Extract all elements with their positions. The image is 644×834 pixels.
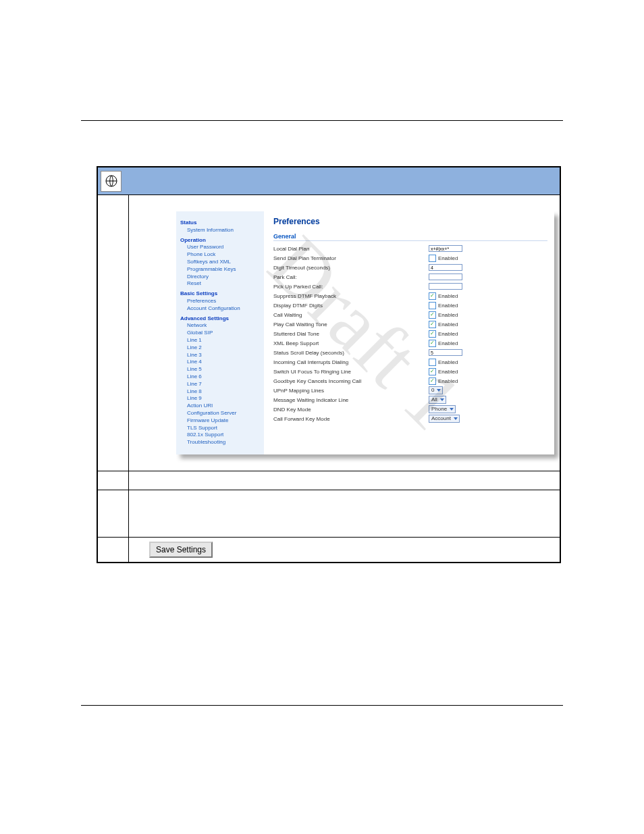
checkbox[interactable] bbox=[429, 377, 436, 385]
field-row: Status Scroll Delay (seconds) bbox=[273, 348, 547, 357]
nav-item[interactable]: Preferences bbox=[180, 298, 260, 305]
field-label: UPnP Mapping Lines bbox=[273, 388, 429, 394]
nav-heading: Status bbox=[180, 219, 260, 227]
checkbox[interactable] bbox=[429, 368, 436, 375]
nav-item[interactable]: Line 8 bbox=[180, 388, 260, 396]
section-general: General bbox=[273, 233, 547, 241]
nav-item[interactable]: Global SIP bbox=[180, 330, 260, 337]
enabled-label: Enabled bbox=[438, 340, 458, 346]
page-title: Preferences bbox=[273, 217, 547, 226]
nav-item[interactable]: Directory bbox=[180, 273, 260, 281]
page-hr-top bbox=[81, 120, 563, 121]
nav-item[interactable]: TLS Support bbox=[180, 425, 260, 432]
nav-item[interactable]: Action URI bbox=[180, 402, 260, 410]
nav-item[interactable]: Line 4 bbox=[180, 359, 260, 366]
field-label: Message Waiting Indicator Line bbox=[273, 397, 429, 403]
enabled-label: Enabled bbox=[438, 321, 458, 328]
field-label: Goodbye Key Cancels Incoming Call bbox=[273, 378, 429, 384]
nav-item[interactable]: Line 1 bbox=[180, 337, 260, 344]
enabled-label: Enabled bbox=[438, 293, 458, 299]
nav-item[interactable]: 802.1x Support bbox=[180, 432, 260, 439]
nav-item[interactable]: Line 2 bbox=[180, 344, 260, 352]
field-label: Display DTMF Digits bbox=[273, 303, 429, 309]
nav-item[interactable]: Line 9 bbox=[180, 395, 260, 402]
nav-item[interactable]: User Password bbox=[180, 244, 260, 251]
checkbox[interactable] bbox=[429, 292, 436, 300]
enabled-label: Enabled bbox=[438, 303, 458, 309]
nav-item[interactable]: Line 6 bbox=[180, 373, 260, 381]
checkbox[interactable] bbox=[429, 330, 436, 338]
enabled-label: Enabled bbox=[438, 378, 458, 384]
field-label: Switch UI Focus To Ringing Line bbox=[273, 369, 429, 375]
nav-item[interactable]: Firmware Update bbox=[180, 417, 260, 425]
nav-item[interactable]: Line 3 bbox=[180, 352, 260, 359]
field-label: Digit Timeout (seconds) bbox=[273, 265, 429, 271]
field-row: DND Key ModePhone bbox=[273, 405, 547, 414]
field-row: UPnP Mapping Lines0 bbox=[273, 386, 547, 395]
field-label: Status Scroll Delay (seconds) bbox=[273, 350, 429, 356]
nav-item[interactable]: Softkeys and XML bbox=[180, 259, 260, 266]
enabled-label: Enabled bbox=[438, 359, 458, 365]
checkbox[interactable] bbox=[429, 255, 436, 262]
step-screenshot-row: StatusSystem InformationOperationUser Pa… bbox=[98, 195, 560, 471]
checkbox[interactable] bbox=[429, 302, 436, 309]
text-input[interactable] bbox=[429, 349, 462, 356]
field-label: Local Dial Plan bbox=[273, 246, 429, 252]
page-hr-bottom bbox=[81, 705, 563, 706]
nav-item[interactable]: Troubleshooting bbox=[180, 439, 260, 446]
field-row: Play Call Waiting ToneEnabled bbox=[273, 319, 547, 329]
field-label: Call Waiting bbox=[273, 312, 429, 318]
field-label: Park Call: bbox=[273, 274, 429, 280]
nav-item[interactable]: Network bbox=[180, 322, 260, 330]
procedure-table: StatusSystem InformationOperationUser Pa… bbox=[97, 166, 561, 563]
checkbox[interactable] bbox=[429, 321, 436, 328]
nav-heading: Advanced Settings bbox=[180, 315, 260, 323]
field-row: Incoming Call Interrupts DialingEnabled bbox=[273, 357, 547, 367]
nav-item[interactable]: Line 5 bbox=[180, 366, 260, 373]
enabled-label: Enabled bbox=[438, 369, 458, 375]
nav-item[interactable]: Programmable Keys bbox=[180, 266, 260, 273]
field-label: Stuttered Dial Tone bbox=[273, 331, 429, 337]
checkbox[interactable] bbox=[429, 359, 436, 366]
field-row: Goodbye Key Cancels Incoming CallEnabled bbox=[273, 376, 547, 386]
field-label: Call Forward Key Mode bbox=[273, 416, 429, 422]
field-label: DND Key Mode bbox=[273, 407, 429, 413]
enabled-label: Enabled bbox=[438, 255, 458, 261]
text-input[interactable] bbox=[429, 273, 462, 280]
nav-item[interactable]: Phone Lock bbox=[180, 251, 260, 259]
enabled-label: Enabled bbox=[438, 312, 458, 318]
select[interactable]: Phone bbox=[429, 405, 456, 413]
nav-item[interactable]: Configuration Server bbox=[180, 410, 260, 417]
nav-item[interactable]: Reset bbox=[180, 280, 260, 288]
nav-sidebar: StatusSystem InformationOperationUser Pa… bbox=[176, 211, 264, 454]
globe-icon bbox=[101, 171, 122, 192]
text-input[interactable] bbox=[429, 245, 462, 252]
preferences-panel: StatusSystem InformationOperationUser Pa… bbox=[176, 211, 554, 454]
select[interactable]: All bbox=[429, 396, 446, 404]
nav-item[interactable]: Line 7 bbox=[180, 381, 260, 388]
save-settings-button[interactable]: Save Settings bbox=[149, 542, 213, 558]
field-row: Call WaitingEnabled bbox=[273, 310, 547, 319]
select[interactable]: 0 bbox=[429, 386, 443, 394]
nav-heading: Basic Settings bbox=[180, 290, 260, 298]
step-save-row: Save Settings bbox=[98, 538, 560, 562]
nav-item[interactable]: System Information bbox=[180, 227, 260, 234]
step-row-spacer2 bbox=[98, 490, 560, 538]
preferences-main: Preferences General Local Dial PlanSend … bbox=[264, 211, 554, 454]
field-row: Pick Up Parked Call: bbox=[273, 282, 547, 291]
field-row: Digit Timeout (seconds) bbox=[273, 263, 547, 272]
nav-heading: Operation bbox=[180, 237, 260, 244]
checkbox[interactable] bbox=[429, 311, 436, 319]
field-row: Switch UI Focus To Ringing LineEnabled bbox=[273, 367, 547, 376]
field-label: XML Beep Support bbox=[273, 340, 429, 346]
field-row: Send Dial Plan TerminatorEnabled bbox=[273, 253, 547, 263]
checkbox[interactable] bbox=[429, 340, 436, 347]
select[interactable]: Account bbox=[429, 415, 460, 423]
field-row: Stuttered Dial ToneEnabled bbox=[273, 329, 547, 338]
nav-item[interactable]: Account Configuration bbox=[180, 305, 260, 313]
field-label: Incoming Call Interrupts Dialing bbox=[273, 359, 429, 365]
text-input[interactable] bbox=[429, 283, 462, 290]
field-row: Suppress DTMF PlaybackEnabled bbox=[273, 291, 547, 301]
text-input[interactable] bbox=[429, 264, 462, 271]
field-label: Pick Up Parked Call: bbox=[273, 284, 429, 290]
